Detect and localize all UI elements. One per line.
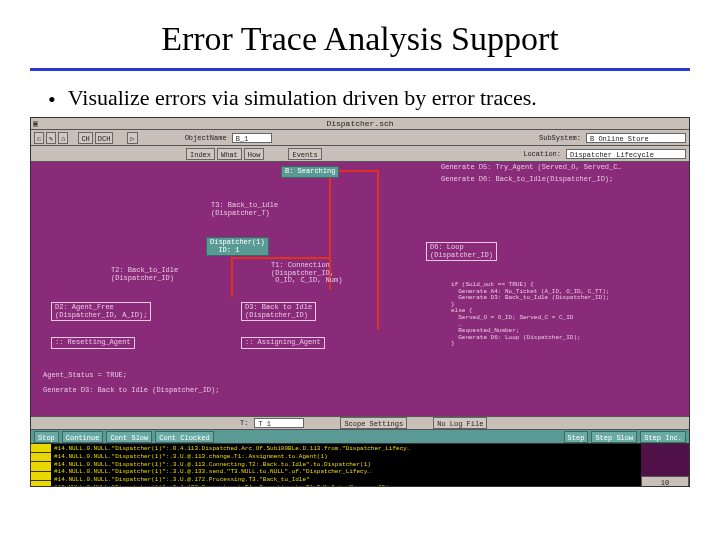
- edit-icon[interactable]: ✎: [46, 132, 56, 144]
- trace-line-4: #14.NULL.0.NULL."Dispatcher(1)":.3.U.@.1…: [54, 476, 638, 484]
- label-agent-status: Agent_Status = TRUE;: [43, 372, 127, 380]
- window-title: Dispatcher.sch: [326, 119, 393, 128]
- control-toolbar: Stop Continue Cont Slow Cont Clocked Ste…: [31, 430, 689, 444]
- play-icon[interactable]: ▷: [127, 132, 137, 144]
- subsystem-label: SubSystem:: [536, 134, 584, 142]
- label-gen-d3-bottom: Generate D3: Back to Idle (Dispatcher_ID…: [43, 387, 219, 395]
- diagram-canvas[interactable]: B: Searching Generate D5: Try_Agent (Ser…: [31, 162, 689, 416]
- bullet-text: Visualize errors via simulation driven b…: [68, 85, 537, 111]
- title-divider: [30, 68, 690, 71]
- what-button[interactable]: What: [217, 148, 242, 160]
- trace-gutter: [31, 444, 51, 487]
- home-icon[interactable]: ⌂: [58, 132, 68, 144]
- node-dispatcher[interactable]: Dispatcher(1) ID: 1: [206, 237, 269, 256]
- location-field[interactable]: Dispatcher Lifecycle: [566, 149, 686, 159]
- label-gen-d6: Generate D6: Back_to_Idle(Dispatcher_ID)…: [441, 176, 613, 184]
- label-t1: T1: Connection (Dispatcher_ID, O_ID, C_I…: [271, 262, 342, 285]
- step-slow-button[interactable]: Step Slow: [591, 431, 637, 443]
- trace-panel: #14.NULL.0.NULL."Dispatcher(1)":.0.4.113…: [31, 444, 689, 487]
- step-inc-button[interactable]: Step Inc.: [640, 431, 686, 443]
- obj-field[interactable]: B_1: [232, 133, 272, 143]
- toolbar-row-1: ⎌ ✎ ⌂ CH DCH ▷ ObjectName B_1 SubSystem:…: [31, 130, 689, 146]
- node-searching[interactable]: B: Searching: [281, 166, 339, 178]
- slide-title: Error Trace Analysis Support: [30, 20, 690, 58]
- node-d3[interactable]: D3: Back to Idle (Dispatcher_ID): [241, 302, 316, 321]
- trace-log[interactable]: #14.NULL.0.NULL."Dispatcher(1)":.0.4.113…: [51, 444, 641, 487]
- label-gen-d5: Generate D5: Try_Agent (Served_O, Served…: [441, 164, 622, 172]
- trace-line-5: #15.NULL.0.NULL."Dispatcher(1)":.0.4.172…: [54, 484, 638, 487]
- node-resetting[interactable]: :: Resetting_Agent: [51, 337, 135, 349]
- index-button[interactable]: Index: [186, 148, 215, 160]
- window-titlebar: Dispatcher.sch: [31, 118, 689, 130]
- cont-clocked-button[interactable]: Cont Clocked: [155, 431, 213, 443]
- bullet-dot-icon: •: [48, 89, 56, 111]
- subsystem-field[interactable]: B Online Store: [586, 133, 686, 143]
- node-d6[interactable]: D6: Loop (Dispatcher_ID): [426, 242, 497, 261]
- trace-line: [231, 257, 233, 297]
- trace-right-panel: 10: [641, 444, 689, 487]
- label-t2: T2: Back_to_Idle (Dispatcher_ID): [111, 267, 178, 282]
- scope-button[interactable]: Scope Settings: [340, 417, 407, 429]
- stop-button[interactable]: Stop: [34, 431, 59, 443]
- nolog-button[interactable]: No Log File: [433, 417, 487, 429]
- node-assigning[interactable]: :: Assigning_Agent: [241, 337, 325, 349]
- dch-button[interactable]: DCH: [95, 132, 114, 144]
- label-t3: T3: Back_to_idle (Dispatcher_T): [211, 202, 278, 217]
- trace-line: [231, 257, 331, 259]
- t-field[interactable]: T 1: [254, 418, 304, 428]
- cont-slow-button[interactable]: Cont Slow: [106, 431, 152, 443]
- pager[interactable]: 10: [641, 476, 689, 487]
- how-button[interactable]: How: [244, 148, 265, 160]
- trace-line-3: #14.NULL.0.NULL."Dispatcher(1)":.3.U.@.1…: [54, 468, 638, 476]
- t-label: T:: [237, 419, 251, 427]
- step-button[interactable]: Step: [564, 431, 589, 443]
- ch-button[interactable]: CH: [78, 132, 92, 144]
- trace-line-2: #14.NULL.0.NULL."Dispatcher(1)":.3.U.@.1…: [54, 461, 638, 469]
- obj-label: ObjectName: [182, 134, 230, 142]
- app-window: Dispatcher.sch ⎌ ✎ ⌂ CH DCH ▷ ObjectName…: [30, 117, 690, 487]
- bullet-item: • Visualize errors via simulation driven…: [30, 85, 690, 111]
- trace-line-1: #14.NULL.0.NULL."Dispatcher(1)":.3.U.@.1…: [54, 453, 638, 461]
- events-button[interactable]: Events: [288, 148, 321, 160]
- location-label: Location:: [520, 150, 564, 158]
- trace-line-0: #14.NULL.0.NULL."Dispatcher(1)":.0.4.113…: [54, 445, 638, 453]
- mid-toolbar: T: T 1 Scope Settings No Log File: [31, 416, 689, 430]
- continue-button[interactable]: Continue: [62, 431, 104, 443]
- toolbar-row-2: Index What How Events Location: Dispatch…: [31, 146, 689, 162]
- trace-line: [377, 170, 379, 330]
- label-ifblock: if (Sold_out == TRUE) { Generate A4: No_…: [451, 282, 609, 348]
- undo-icon[interactable]: ⎌: [34, 132, 44, 144]
- node-d2[interactable]: D2: Agent_Free (Dispatcher_ID, A_ID);: [51, 302, 151, 321]
